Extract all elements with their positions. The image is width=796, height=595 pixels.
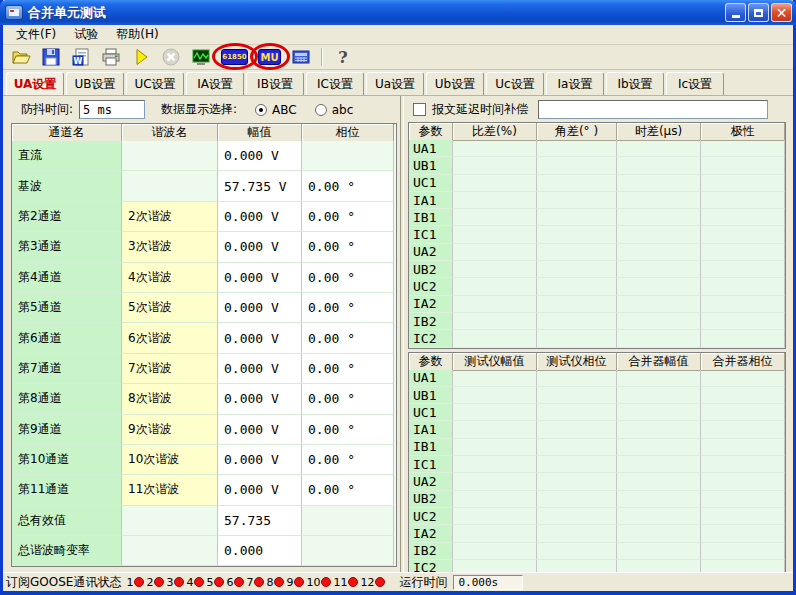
- delay-compensation-input[interactable]: [538, 100, 768, 119]
- column-header: 测试仪幅值: [453, 353, 537, 371]
- phase-cell[interactable]: 0.00 °: [302, 445, 394, 475]
- tab[interactable]: IB设置: [246, 72, 304, 95]
- tab[interactable]: Ic设置: [666, 72, 724, 95]
- tester-phase-cell: [537, 508, 617, 525]
- polarity-cell: [701, 278, 785, 295]
- tab[interactable]: Ia设置: [546, 72, 604, 95]
- debounce-time-input[interactable]: [79, 100, 145, 119]
- merger-phase-cell: [701, 508, 785, 525]
- svg-text:?: ?: [338, 48, 347, 67]
- amplitude-cell[interactable]: 0.000 V: [218, 415, 302, 445]
- radio-abc-lower[interactable]: abc: [315, 103, 354, 117]
- menu-item[interactable]: 试验: [65, 24, 107, 45]
- tab[interactable]: Ib设置: [606, 72, 664, 95]
- time-error-cell: [617, 209, 701, 226]
- phase-cell[interactable]: 0.00 °: [302, 293, 394, 323]
- goose-channel-indicator: 2: [146, 576, 164, 589]
- param-cell: IB2: [409, 313, 453, 330]
- svg-text:W: W: [74, 57, 83, 66]
- merger-amplitude-cell: [617, 404, 701, 421]
- phase-cell[interactable]: 0.00 °: [302, 475, 394, 505]
- table-row: 第2通道 2次谐波 0.000 V 0.00 °: [12, 202, 396, 232]
- param-cell: IC1: [409, 456, 453, 473]
- toolbar: W 61850 MU ?: [3, 45, 793, 70]
- print-button[interactable]: [101, 47, 121, 67]
- table-row: 第4通道 4次谐波 0.000 V 0.00 °: [12, 263, 396, 293]
- tester-amplitude-cell: [453, 387, 537, 404]
- tab[interactable]: Uc设置: [486, 72, 544, 95]
- menu-item[interactable]: 帮助(H): [107, 24, 167, 45]
- phase-cell[interactable]: [302, 506, 394, 536]
- save-button[interactable]: [41, 47, 61, 67]
- amplitude-cell[interactable]: 0.000 V: [218, 384, 302, 414]
- export-word-button[interactable]: W: [71, 47, 91, 67]
- channel-name-cell: 直流: [12, 141, 122, 171]
- polarity-cell: [701, 244, 785, 261]
- param-cell: UA2: [409, 244, 453, 261]
- debounce-time-label: 防抖时间:: [21, 101, 73, 118]
- amplitude-cell[interactable]: 0.000 V: [218, 202, 302, 232]
- table-row: IB1: [409, 439, 785, 456]
- amplitude-cell[interactable]: 0.000: [218, 536, 302, 566]
- minimize-button[interactable]: [725, 3, 746, 22]
- menu-item[interactable]: 文件(F): [7, 24, 65, 45]
- tab[interactable]: UB设置: [66, 72, 124, 95]
- help-button[interactable]: ?: [333, 47, 353, 67]
- phase-cell[interactable]: [302, 536, 394, 566]
- tab[interactable]: IC设置: [306, 72, 364, 95]
- table-row: 总有效值 57.735: [12, 506, 396, 536]
- phase-cell[interactable]: 0.00 °: [302, 354, 394, 384]
- run-test-button[interactable]: [131, 47, 151, 67]
- phase-cell[interactable]: 0.00 °: [302, 202, 394, 232]
- status-bar: 订阅GOOSE通讯状态 1 2 3 4 5 6 7: [3, 572, 793, 591]
- tab[interactable]: IA设置: [186, 72, 244, 95]
- minimize-icon: [732, 15, 740, 18]
- merger-phase-cell: [701, 439, 785, 456]
- amplitude-cell[interactable]: 0.000 V: [218, 445, 302, 475]
- close-button[interactable]: ✕: [771, 3, 792, 22]
- amplitude-cell[interactable]: 0.000 V: [218, 141, 302, 171]
- radio-abc[interactable]: ABC: [255, 103, 297, 117]
- phase-cell[interactable]: 0.00 °: [302, 232, 394, 262]
- status-light-icon: [154, 577, 164, 587]
- phase-cell[interactable]: 0.00 °: [302, 384, 394, 414]
- indicator-number: 12: [360, 576, 374, 589]
- amplitude-cell[interactable]: 0.000 V: [218, 232, 302, 262]
- ratio-error-cell: [453, 192, 537, 209]
- amplitude-cell[interactable]: 0.000 V: [218, 263, 302, 293]
- stop-test-button[interactable]: [161, 47, 181, 67]
- open-button[interactable]: [11, 47, 31, 67]
- ratio-error-cell: [453, 296, 537, 313]
- tab[interactable]: UC设置: [126, 72, 184, 95]
- time-error-cell: [617, 226, 701, 243]
- goose-channel-indicator: 1: [126, 576, 144, 589]
- table-row: 第7通道 7次谐波 0.000 V 0.00 °: [12, 354, 396, 384]
- delay-compensation-checkbox[interactable]: [413, 103, 426, 116]
- polarity-cell: [701, 296, 785, 313]
- phase-cell[interactable]: 0.00 °: [302, 171, 394, 201]
- amplitude-cell[interactable]: 57.735: [218, 506, 302, 536]
- device-panel-button[interactable]: [291, 47, 311, 67]
- tab[interactable]: Ub设置: [426, 72, 484, 95]
- phase-cell[interactable]: 0.00 °: [302, 323, 394, 353]
- phase-cell[interactable]: 0.00 °: [302, 263, 394, 293]
- column-header: 合并器幅值: [617, 353, 701, 371]
- tab[interactable]: UA设置: [6, 72, 64, 95]
- amplitude-cell[interactable]: 0.000 V: [218, 293, 302, 323]
- mu-config-button[interactable]: MU: [258, 49, 281, 65]
- amplitude-cell[interactable]: 0.000 V: [218, 354, 302, 384]
- runtime-label: 运行时间: [399, 574, 447, 591]
- column-header: 谐波名: [122, 124, 218, 142]
- tab[interactable]: Ua设置: [366, 72, 424, 95]
- amplitude-cell[interactable]: 57.735 V: [218, 171, 302, 201]
- amplitude-cell[interactable]: 0.000 V: [218, 323, 302, 353]
- time-error-cell: [617, 296, 701, 313]
- iec61850-config-button[interactable]: 61850: [221, 49, 248, 65]
- ratio-error-cell: [453, 261, 537, 278]
- waveform-button[interactable]: [191, 47, 211, 67]
- table-row: UC2: [409, 508, 785, 525]
- maximize-button[interactable]: [748, 3, 769, 22]
- phase-cell[interactable]: [302, 141, 394, 171]
- phase-cell[interactable]: 0.00 °: [302, 415, 394, 445]
- amplitude-cell[interactable]: 0.000 V: [218, 475, 302, 505]
